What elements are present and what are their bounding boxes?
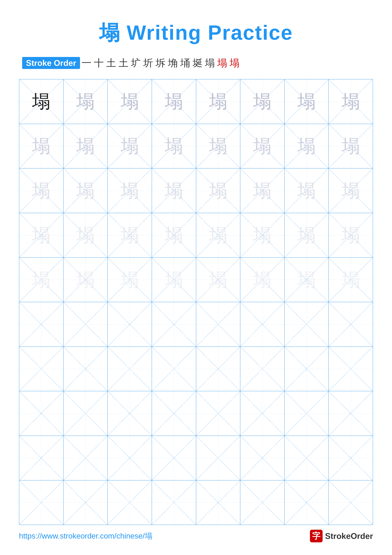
- cell-5-7: 塌: [285, 258, 329, 302]
- grid-row-7: [19, 347, 373, 391]
- cell-10-2[interactable]: [64, 481, 108, 525]
- stroke-order-section: Stroke Order 一 十 土 土 圹 圻 坼 埆 埇 埏 塌 塌 塌: [19, 56, 373, 70]
- cell-3-8: 塌: [329, 168, 373, 213]
- stroke-6: 圻: [143, 56, 153, 70]
- cell-6-4[interactable]: [152, 302, 196, 346]
- stroke-4: 土: [119, 56, 128, 70]
- cell-9-4[interactable]: [152, 436, 196, 480]
- stroke-5: 圹: [131, 56, 141, 70]
- cell-8-1[interactable]: [19, 391, 64, 436]
- cell-7-2[interactable]: [64, 347, 108, 391]
- cell-9-2[interactable]: [64, 436, 108, 480]
- cell-1-3: 塌: [108, 80, 152, 124]
- cell-9-6[interactable]: [240, 436, 285, 480]
- char-dark: 塌: [32, 92, 50, 110]
- logo-text: StrokeOrder: [325, 531, 373, 541]
- grid-row-9: [19, 436, 373, 481]
- cell-3-2: 塌: [64, 168, 108, 213]
- cell-4-4: 塌: [152, 213, 196, 257]
- logo-icon: 字: [310, 530, 323, 542]
- grid-row-5: 塌 塌 塌 塌 塌 塌 塌: [19, 258, 373, 302]
- cell-7-5[interactable]: [196, 347, 241, 391]
- cell-2-3: 塌: [108, 124, 152, 168]
- cell-6-5[interactable]: [196, 302, 241, 346]
- cell-8-4[interactable]: [152, 391, 196, 436]
- grid-row-8: [19, 391, 373, 436]
- cell-1-5: 塌: [196, 80, 241, 124]
- grid-row-4: 塌 塌 塌 塌 塌 塌 塌: [19, 213, 373, 258]
- cell-2-2: 塌: [64, 124, 108, 168]
- cell-5-8: 塌: [329, 258, 373, 302]
- cell-10-6[interactable]: [240, 481, 285, 525]
- cell-3-1: 塌: [19, 168, 64, 213]
- cell-8-3[interactable]: [108, 391, 152, 436]
- cell-9-3[interactable]: [108, 436, 152, 480]
- char-light1: 塌: [209, 92, 227, 110]
- cell-1-8: 塌: [329, 80, 373, 124]
- stroke-2: 十: [94, 56, 104, 70]
- cell-1-1: 塌: [19, 80, 64, 124]
- stroke-7: 坼: [156, 56, 165, 70]
- cell-7-3[interactable]: [108, 347, 152, 391]
- cell-8-5[interactable]: [196, 391, 241, 436]
- cell-10-4[interactable]: [152, 481, 196, 525]
- cell-10-5[interactable]: [196, 481, 241, 525]
- cell-10-7[interactable]: [285, 481, 329, 525]
- cell-10-8[interactable]: [329, 481, 373, 525]
- grid-row-2: 塌 塌 塌 塌 塌 塌 塌: [19, 124, 373, 169]
- cell-10-1[interactable]: [19, 481, 64, 525]
- cell-5-3: 塌: [108, 258, 152, 302]
- footer: https://www.strokeorder.com/chinese/塌 字 …: [19, 530, 373, 542]
- cell-1-2: 塌: [64, 80, 108, 124]
- cell-7-7[interactable]: [285, 347, 329, 391]
- cell-7-4[interactable]: [152, 347, 196, 391]
- cell-6-7[interactable]: [285, 302, 329, 346]
- char-light1: 塌: [342, 92, 360, 110]
- cell-9-8[interactable]: [329, 436, 373, 480]
- cell-4-3: 塌: [108, 213, 152, 257]
- cell-2-7: 塌: [285, 124, 329, 168]
- char-light1: 塌: [253, 92, 271, 110]
- cell-5-2: 塌: [64, 258, 108, 302]
- cell-4-6: 塌: [240, 213, 285, 257]
- cell-5-1: 塌: [19, 258, 64, 302]
- cell-3-4: 塌: [152, 168, 196, 213]
- cell-9-7[interactable]: [285, 436, 329, 480]
- cell-6-1[interactable]: [19, 302, 64, 346]
- cell-4-1: 塌: [19, 213, 64, 257]
- cell-4-2: 塌: [64, 213, 108, 257]
- cell-4-7: 塌: [285, 213, 329, 257]
- cell-8-2[interactable]: [64, 391, 108, 436]
- cell-6-6[interactable]: [240, 302, 285, 346]
- cell-7-1[interactable]: [19, 347, 64, 391]
- stroke-1: 一: [82, 56, 91, 70]
- cell-3-7: 塌: [285, 168, 329, 213]
- cell-5-4: 塌: [152, 258, 196, 302]
- cell-3-5: 塌: [196, 168, 241, 213]
- grid-row-6: [19, 302, 373, 347]
- char-light1: 塌: [297, 92, 316, 110]
- cell-8-8[interactable]: [329, 391, 373, 436]
- cell-1-7: 塌: [285, 80, 329, 124]
- footer-logo: 字 StrokeOrder: [310, 530, 373, 542]
- cell-2-8: 塌: [329, 124, 373, 168]
- cell-6-8[interactable]: [329, 302, 373, 346]
- cell-2-5: 塌: [196, 124, 241, 168]
- grid-row-3: 塌 塌 塌 塌 塌 塌 塌: [19, 168, 373, 213]
- title-char: 塌: [99, 21, 120, 44]
- cell-6-2[interactable]: [64, 302, 108, 346]
- cell-9-1[interactable]: [19, 436, 64, 480]
- cell-7-6[interactable]: [240, 347, 285, 391]
- stroke-3: 土: [106, 56, 116, 70]
- cell-9-5[interactable]: [196, 436, 241, 480]
- cell-2-1: 塌: [19, 124, 64, 168]
- grid-row-1: 塌 塌 塌 塌 塌 塌 塌: [19, 80, 373, 124]
- cell-2-4: 塌: [152, 124, 196, 168]
- cell-7-8[interactable]: [329, 347, 373, 391]
- cell-10-3[interactable]: [108, 481, 152, 525]
- cell-2-6: 塌: [240, 124, 285, 168]
- cell-8-6[interactable]: [240, 391, 285, 436]
- cell-8-7[interactable]: [285, 391, 329, 436]
- cell-6-3[interactable]: [108, 302, 152, 346]
- cell-1-6: 塌: [240, 80, 285, 124]
